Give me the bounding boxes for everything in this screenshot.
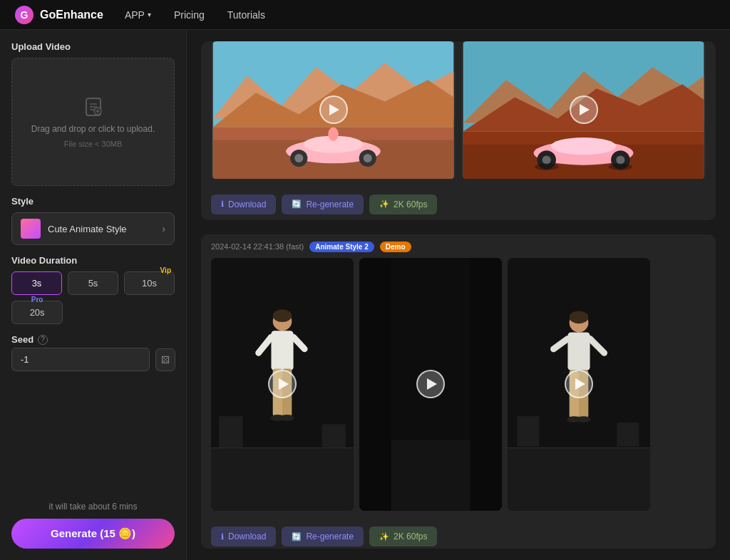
chevron-right-icon: ›	[162, 223, 165, 234]
download-icon-2: ℹ	[221, 532, 224, 541]
play-button-dance1[interactable]	[268, 370, 297, 398]
svg-rect-37	[219, 416, 242, 447]
video-actions-2: ℹ Download 🔄 Re-generate ✨ 2K 60fps	[201, 519, 716, 549]
seed-random-button[interactable]: ⚄	[155, 348, 175, 371]
svg-point-31	[616, 155, 624, 164]
video-thumb-dance2[interactable]	[359, 258, 502, 512]
video-actions-1: ℹ Download 🔄 Re-generate ✨ 2K 60fps	[201, 187, 716, 220]
header: G GoEnhance APP ▾ Pricing Tutorials	[0, 0, 730, 30]
style-selector[interactable]: Cute Animate Style ›	[11, 212, 175, 245]
svg-rect-59	[567, 332, 590, 370]
svg-rect-53	[508, 447, 650, 511]
play-button-dance2[interactable]	[416, 370, 445, 398]
sidebar: Upload Video Drag and drop or click to u…	[0, 30, 187, 560]
video-thumb-car1[interactable]	[211, 41, 456, 179]
download-button-2[interactable]: ℹ Download	[211, 527, 276, 546]
generate-button[interactable]: Generate (15 🪙)	[11, 519, 175, 549]
svg-rect-51	[471, 258, 502, 512]
video-grid-1	[201, 41, 716, 187]
upload-hint1: Drag and drop or click to upload.	[31, 124, 155, 134]
seed-help-icon[interactable]: ?	[38, 335, 48, 345]
pro-badge: Pro	[15, 296, 59, 304]
style-thumbnail	[21, 219, 41, 239]
nav-pricing[interactable]: Pricing	[170, 6, 209, 24]
regenerate-icon-2: 🔄	[292, 532, 302, 541]
regenerate-icon-1: 🔄	[292, 199, 302, 209]
svg-point-20	[328, 128, 338, 141]
logo-icon: G	[14, 5, 34, 25]
svg-point-17	[294, 154, 303, 162]
video-grid-2	[201, 258, 716, 520]
main-layout: Upload Video Drag and drop or click to u…	[0, 30, 730, 560]
seed-label: Seed	[11, 334, 34, 345]
video-thumb-dance3[interactable]	[508, 258, 650, 512]
svg-point-47	[280, 415, 294, 421]
svg-rect-35	[211, 447, 354, 511]
duration-10s[interactable]: Vip 10s	[124, 271, 175, 295]
download-button-1[interactable]: ℹ Download	[211, 195, 276, 214]
duration-5s[interactable]: 5s	[68, 271, 118, 295]
svg-point-29	[543, 155, 551, 164]
style-name: Cute Animate Style	[48, 224, 155, 234]
video-thumb-car2[interactable]	[461, 41, 706, 179]
duration-3s[interactable]: 3s	[11, 271, 62, 295]
duration-section: Video Duration 3s 5s Vip 10s Pro 20s	[11, 255, 175, 324]
seed-input[interactable]	[11, 348, 150, 371]
seed-input-row: ⚄	[11, 348, 175, 371]
upload-hint2: File size < 30MB	[64, 140, 123, 148]
svg-text:G: G	[21, 9, 29, 21]
svg-rect-41	[271, 331, 293, 370]
svg-rect-50	[359, 258, 391, 512]
dice-icon: ⚄	[161, 354, 170, 365]
card-meta-2: 2024-02-14 22:41:38 (fast) Animate Style…	[201, 234, 716, 258]
upload-section: Upload Video Drag and drop or click to u…	[11, 41, 175, 186]
style-label: Style	[11, 196, 175, 207]
time-hint: it will take about 6 mins	[48, 502, 137, 512]
seed-section: Seed ? ⚄	[11, 334, 175, 371]
nav-app[interactable]: APP ▾	[120, 6, 155, 24]
results-content: ℹ Download 🔄 Re-generate ✨ 2K 60fps 2024…	[187, 30, 730, 560]
chevron-down-icon: ▾	[148, 11, 151, 19]
play-button-car1[interactable]	[319, 95, 348, 124]
play-button-car2[interactable]	[570, 95, 598, 124]
svg-rect-56	[617, 422, 639, 446]
sparkle-icon-1: ✨	[379, 199, 389, 209]
svg-point-65	[577, 416, 591, 422]
duration-label: Video Duration	[11, 255, 175, 266]
svg-point-19	[364, 154, 372, 162]
play-button-dance3[interactable]	[565, 370, 593, 398]
regenerate-button-2[interactable]: 🔄 Re-generate	[282, 527, 364, 546]
svg-rect-38	[322, 424, 346, 447]
svg-point-27	[551, 138, 617, 155]
quality-button-1[interactable]: ✨ 2K 60fps	[369, 195, 437, 214]
quality-button-2[interactable]: ✨ 2K 60fps	[369, 527, 437, 546]
sparkle-icon-2: ✨	[379, 532, 389, 541]
logo[interactable]: G GoEnhance	[14, 5, 103, 25]
result-2-timestamp: 2024-02-14 22:41:38 (fast)	[211, 242, 304, 251]
style-tag-2: Animate Style 2	[309, 242, 374, 252]
svg-rect-55	[517, 416, 539, 446]
vip-badge: Vip	[160, 266, 171, 274]
duration-20s[interactable]: Pro 20s	[11, 301, 63, 324]
result-card-2: 2024-02-14 22:41:38 (fast) Animate Style…	[201, 234, 716, 549]
sidebar-footer: it will take about 6 mins Generate (15 🪙…	[11, 502, 175, 549]
upload-icon	[82, 95, 105, 118]
svg-point-40	[273, 309, 292, 322]
nav-tutorials[interactable]: Tutorials	[223, 6, 269, 24]
download-icon-1: ℹ	[221, 199, 224, 209]
app-name: GoEnhance	[40, 9, 103, 21]
upload-label: Upload Video	[11, 41, 175, 52]
svg-point-58	[570, 311, 589, 323]
svg-point-33	[608, 163, 632, 170]
regenerate-button-1[interactable]: 🔄 Re-generate	[282, 195, 364, 214]
duration-grid: 3s 5s Vip 10s	[11, 271, 175, 295]
demo-tag-2: Demo	[380, 242, 411, 252]
video-thumb-dance1[interactable]	[211, 258, 354, 512]
svg-point-32	[535, 163, 559, 170]
result-card-1: ℹ Download 🔄 Re-generate ✨ 2K 60fps	[201, 41, 716, 220]
style-section: Style Cute Animate Style ›	[11, 196, 175, 245]
upload-area[interactable]: Drag and drop or click to upload. File s…	[11, 58, 175, 186]
